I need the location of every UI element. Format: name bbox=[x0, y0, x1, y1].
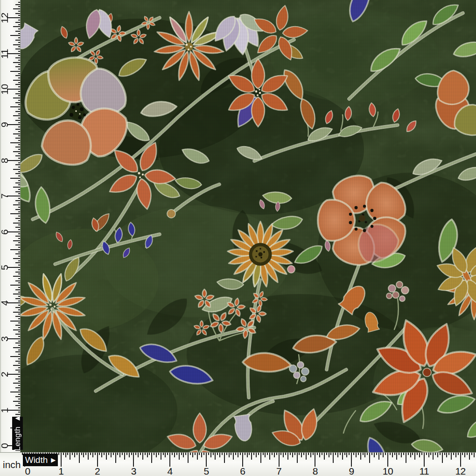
length-ruler-tick bbox=[15, 289, 20, 290]
length-ruler-tick bbox=[18, 314, 20, 315]
length-ruler-tick bbox=[18, 363, 20, 364]
width-ruler-tick bbox=[419, 453, 420, 457]
width-ruler-tick bbox=[303, 453, 304, 455]
length-ruler-tick bbox=[10, 285, 20, 286]
length-ruler-tick bbox=[18, 385, 20, 386]
length-ruler-tick bbox=[15, 102, 20, 103]
length-ruler-tick bbox=[18, 86, 20, 87]
width-ruler-tick bbox=[247, 453, 248, 457]
length-ruler-tick bbox=[18, 69, 20, 70]
width-ruler-tick bbox=[238, 453, 238, 457]
width-ruler-tick bbox=[417, 453, 418, 455]
width-ruler-tick bbox=[122, 453, 123, 455]
length-ruler-tick bbox=[13, 347, 20, 348]
length-ruler-number: 6 bbox=[0, 223, 9, 241]
width-ruler-tick bbox=[245, 453, 245, 455]
length-ruler-tick bbox=[18, 24, 20, 25]
width-ruler-tick bbox=[219, 453, 220, 457]
length-ruler-tick bbox=[15, 209, 20, 210]
width-ruler-tick bbox=[161, 453, 161, 460]
width-ruler-tick bbox=[421, 453, 422, 455]
width-ruler-tick bbox=[251, 453, 252, 460]
width-ruler-tick bbox=[77, 453, 77, 455]
width-ruler-tick bbox=[442, 453, 443, 463]
width-ruler-tick bbox=[467, 453, 468, 455]
width-ruler-tick bbox=[346, 453, 347, 457]
length-ruler-tick bbox=[18, 296, 20, 297]
width-ruler-tick bbox=[126, 453, 127, 455]
length-ruler-tick bbox=[18, 95, 20, 96]
width-ruler-tick bbox=[469, 453, 470, 460]
width-ruler-tick bbox=[292, 453, 293, 457]
width-ruler-tick bbox=[131, 453, 132, 455]
width-ruler-tick bbox=[99, 453, 100, 455]
width-ruler-tick bbox=[224, 453, 225, 463]
length-ruler-tick bbox=[18, 278, 20, 279]
width-ruler-tick bbox=[458, 453, 459, 455]
unit-label: inch bbox=[3, 459, 21, 470]
width-ruler-tick bbox=[280, 453, 281, 455]
length-ruler-tick bbox=[18, 167, 20, 168]
width-ruler-tick bbox=[301, 453, 302, 457]
width-ruler-tick bbox=[101, 453, 102, 457]
length-ruler-tick bbox=[15, 387, 20, 388]
width-ruler-tick bbox=[217, 453, 218, 455]
width-ruler-tick bbox=[179, 453, 180, 460]
length-ruler-tick bbox=[18, 37, 20, 38]
width-ruler-tick bbox=[263, 453, 264, 455]
length-ruler-tick bbox=[18, 394, 20, 395]
length-ruler-tick bbox=[10, 71, 20, 72]
width-ruler-tick bbox=[58, 453, 59, 455]
length-ruler-tick bbox=[13, 62, 20, 63]
width-ruler-tick bbox=[283, 453, 284, 457]
length-ruler-number: 12 bbox=[0, 9, 9, 28]
width-ruler-tick bbox=[165, 453, 166, 457]
length-ruler: 0123456789101112 bbox=[0, 0, 21, 452]
length-ruler-tick bbox=[15, 405, 20, 406]
length-ruler-tick bbox=[15, 138, 20, 139]
width-ruler-tick bbox=[61, 453, 62, 467]
width-ruler-tick bbox=[464, 453, 465, 457]
length-ruler-tick bbox=[13, 80, 20, 81]
width-ruler-tick bbox=[113, 453, 114, 455]
length-ruler-tick bbox=[18, 242, 20, 243]
length-ruler-tick bbox=[15, 245, 20, 245]
length-ruler-tick bbox=[18, 403, 20, 404]
width-ruler-tick bbox=[185, 453, 186, 455]
length-ruler-tick bbox=[18, 140, 20, 141]
width-ruler-tick bbox=[440, 453, 441, 455]
width-ruler-tick bbox=[403, 453, 404, 455]
width-ruler-tick bbox=[142, 453, 143, 460]
length-ruler-tick bbox=[15, 351, 20, 352]
width-ruler-tick bbox=[313, 453, 314, 455]
width-ruler-tick bbox=[253, 453, 254, 455]
width-ruler-tick bbox=[222, 453, 223, 455]
width-ruler-tick bbox=[394, 453, 395, 455]
length-ruler-tick bbox=[18, 189, 20, 190]
width-ruler-number: 11 bbox=[415, 466, 434, 476]
width-ruler-tick bbox=[85, 453, 86, 455]
length-ruler-tick bbox=[18, 371, 20, 372]
width-ruler-tick bbox=[446, 453, 447, 457]
width-ruler-tick bbox=[79, 453, 80, 463]
length-ruler-tick bbox=[15, 227, 20, 228]
length-ruler-tick bbox=[18, 6, 20, 7]
length-ruler-tick bbox=[18, 345, 20, 346]
width-ruler-tick bbox=[192, 453, 193, 457]
width-ruler-tick bbox=[363, 453, 364, 455]
length-ruler-tick bbox=[15, 298, 20, 299]
length-ruler-tick bbox=[15, 218, 20, 219]
width-ruler-tick bbox=[135, 453, 136, 455]
length-ruler-number: 5 bbox=[0, 259, 9, 277]
length-ruler-tick bbox=[18, 126, 20, 127]
width-ruler-tick bbox=[474, 453, 475, 457]
length-ruler-tick bbox=[15, 343, 20, 343]
length-ruler-tick bbox=[10, 213, 20, 214]
width-ruler-tick bbox=[74, 453, 75, 457]
length-ruler-tick bbox=[13, 26, 20, 27]
length-ruler-tick bbox=[18, 322, 20, 323]
width-ruler-tick bbox=[317, 453, 318, 455]
length-ruler-tick bbox=[18, 149, 20, 150]
length-ruler-tick bbox=[18, 20, 20, 21]
length-ruler-number: 4 bbox=[0, 294, 9, 313]
